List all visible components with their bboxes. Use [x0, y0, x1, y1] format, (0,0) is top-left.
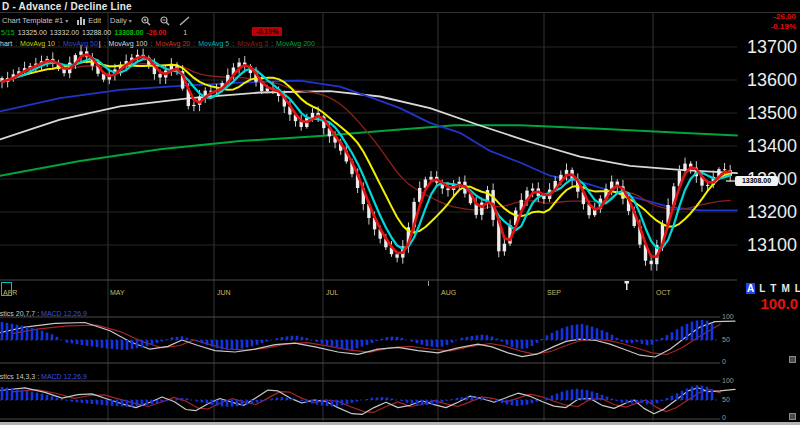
last-price-tag: 13308.00: [735, 176, 778, 186]
chart-window: D - Advance / Decline Line Chart Templat…: [0, 0, 800, 425]
axis-marker-box: [1, 282, 12, 296]
quote-high: 13332.00: [50, 29, 79, 36]
period-dropdown[interactable]: Daily ▾: [110, 16, 132, 25]
net-change-value: -26.00: [736, 13, 796, 21]
legend-item-movavg50[interactable]: MovAvg 50: [63, 40, 98, 47]
quote-close: 13308.00: [114, 29, 143, 36]
legend-item-movavg100[interactable]: MovAvg 100: [109, 40, 148, 47]
stochastic-panel-2: [0, 388, 735, 415]
tab-l2[interactable]: L: [794, 283, 800, 294]
quote-row: 5/15 13325.00 13332.00 13288.00 13308.00…: [1, 28, 282, 36]
trendline-icon: [179, 16, 190, 26]
panel2-scale-0: 0: [722, 414, 726, 421]
panel2-resize-handle[interactable]: [789, 413, 796, 420]
y-axis-label: 13200: [727, 203, 797, 221]
chevron-down-icon: ▾: [129, 17, 132, 24]
indicator-value: 100.0: [738, 295, 798, 312]
y-axis-label: 13700: [727, 38, 797, 56]
toolbar: Chart Template #1 ▾ Edit Daily ▾: [2, 15, 190, 26]
legend-item-movavg5[interactable]: MovAvg 5: [198, 40, 229, 47]
legend-item-movavg20[interactable]: MovAvg 20: [155, 40, 190, 47]
magnifier-minus-icon: [160, 16, 170, 26]
legend-item-movavg200[interactable]: MovAvg 200: [276, 40, 315, 47]
legend-item-movavg10[interactable]: MovAvg 10: [20, 40, 55, 47]
macd-label: MACD 12,26,9: [41, 373, 87, 380]
month-label-may: MAY: [110, 289, 125, 296]
chart-style-button[interactable]: Edit: [77, 16, 101, 25]
tab-t[interactable]: T: [769, 283, 777, 294]
quote-low: 13288.00: [82, 29, 111, 36]
pct-change-value: -0.19%: [736, 23, 796, 31]
quote-flag: 1: [183, 29, 187, 36]
title-divider: [0, 12, 800, 13]
pct-change-badge: -0.19%: [252, 27, 282, 36]
study-legend: Chart : MovAvg 10 : MovAvg 50 | : MovAvg…: [0, 40, 315, 47]
zoom-out-button[interactable]: [160, 16, 170, 26]
panel2-study-label: Stochastics 14,3,3 : MACD 12,26,9: [0, 373, 87, 380]
month-label-sep: SEP: [547, 289, 561, 296]
panel1-resize-handle[interactable]: [789, 356, 796, 363]
panel1-study-label: Stochastics 20,7,7 : MACD 12,26,9: [0, 310, 87, 317]
month-label-jun: JUN: [217, 289, 231, 296]
y-axis-label: 13600: [727, 71, 797, 89]
macd-label: MACD 12,26,9: [41, 310, 87, 317]
chevron-down-icon: ▾: [65, 17, 68, 24]
tab-l[interactable]: L: [758, 283, 766, 294]
bar-chart-icon: [77, 16, 86, 25]
draw-line-tool-button[interactable]: [179, 16, 190, 26]
legend-item-chart[interactable]: Chart: [0, 40, 12, 47]
panel1-scale-50: 50: [722, 336, 730, 343]
quote-date: 5/15: [1, 29, 15, 36]
y-axis-label: 13100: [727, 236, 797, 254]
tab-a[interactable]: A: [746, 283, 755, 294]
chart-canvas: [0, 0, 800, 425]
chart-template-dropdown[interactable]: Chart Template #1 ▾: [2, 16, 68, 25]
zoom-in-button[interactable]: [141, 16, 151, 26]
panel2-scale-100: 100: [722, 377, 734, 384]
panel1-scale-100: 100: [722, 313, 734, 320]
panel1-scale-0: 0: [722, 358, 726, 365]
quote-change: -26.00: [146, 29, 166, 36]
tab-m[interactable]: M: [780, 283, 790, 294]
month-label-oct: OCT: [656, 289, 671, 296]
month-label-jul: JUL: [326, 289, 338, 296]
month-label-aug: AUG: [441, 289, 456, 296]
quote-open: 13325.00: [18, 29, 47, 36]
y-axis-label: 13500: [727, 104, 797, 122]
page-title: D - Advance / Decline Line: [2, 1, 132, 12]
legend-item-movavg3[interactable]: MovAvg 3: [237, 40, 268, 47]
y-axis-label: 13400: [727, 137, 797, 155]
panel2-scale-50: 50: [722, 396, 730, 403]
stochastic-panel-1: [0, 321, 735, 357]
view-size-tabs: A L T M L: [746, 283, 800, 294]
magnifier-plus-icon: [141, 16, 151, 26]
